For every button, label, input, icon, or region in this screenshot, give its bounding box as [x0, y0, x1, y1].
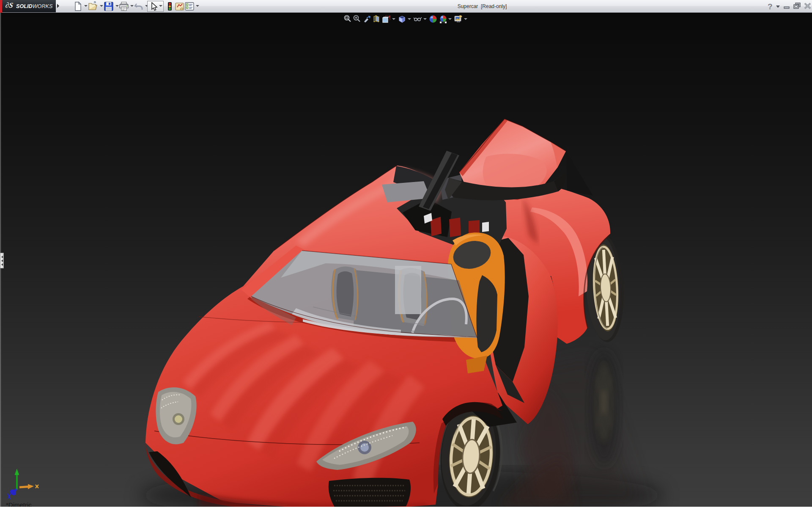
svg-text:?: ? [768, 2, 773, 11]
